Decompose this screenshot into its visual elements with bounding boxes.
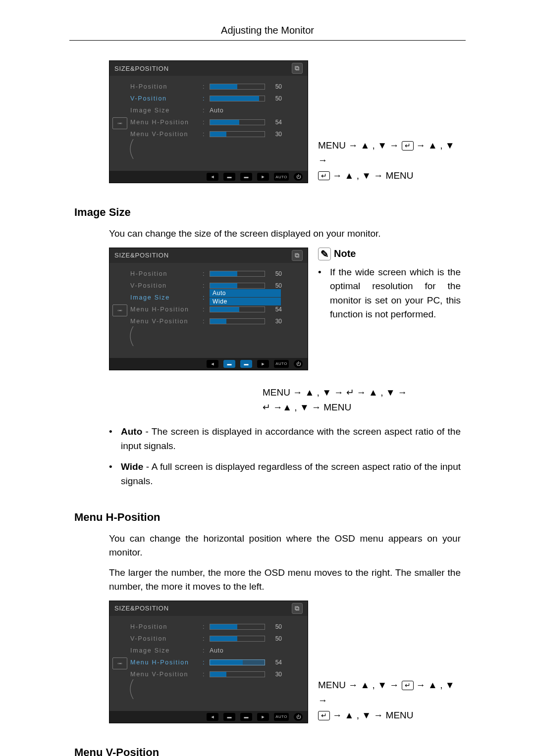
osd-footer-btn[interactable]: ◄ — [207, 713, 218, 721]
osd-row[interactable]: H-Position:50 — [130, 621, 301, 633]
osd-panel-image-size: SIZE&POSITION⧉▫▪▫H-Position:50V-Position… — [109, 248, 308, 370]
osd-category-icon: ▫▪▫ — [112, 117, 127, 129]
osd-footer-btn[interactable]: ► — [257, 713, 269, 721]
bullet-item: •Wide - A full screen is displayed regar… — [109, 460, 461, 488]
osd-corner-icon: ⧉ — [292, 63, 303, 74]
nav-sequence-2: MENU → ▲ , ▼ → ↵ → ▲ , ▼ →↵ →▲ , ▼ → MEN… — [263, 385, 461, 415]
bullet-dot: • — [318, 265, 330, 322]
osd-row[interactable]: Menu V-Position:30 — [130, 128, 301, 140]
enter-icon: ↵ — [318, 711, 330, 720]
osd-row[interactable]: H-Position:50 — [130, 81, 301, 93]
osd-row[interactable]: Menu V-Position:30 — [130, 668, 301, 680]
osd-footer: ◄▬▬►AUTO⏻ — [109, 358, 308, 370]
osd-title-bar: SIZE&POSITION⧉ — [109, 61, 308, 76]
osd-row[interactable]: V-Position:50 — [130, 633, 301, 645]
osd-footer-btn[interactable]: ⏻ — [294, 713, 303, 721]
heading-image-size: Image Size — [74, 206, 461, 219]
bullet-item: •Auto - The screen is displayed in accor… — [109, 425, 461, 453]
osd-title-bar: SIZE&POSITION⧉ — [109, 601, 308, 616]
osd-corner-icon: ⧉ — [292, 603, 303, 614]
osd-row[interactable]: Image Size:AutoWide — [130, 292, 301, 303]
divider-top — [69, 40, 466, 41]
heading-menu-h: Menu H-Position — [74, 511, 461, 524]
nav-sequence-1: MENU → ▲ , ▼ → ↵ → ▲ , ▼ →↵ → ▲ , ▼ → ME… — [318, 138, 461, 183]
osd-footer-btn[interactable]: ⏻ — [294, 360, 303, 368]
osd-footer-btn[interactable]: ▬ — [223, 713, 235, 721]
menu-h-p2: The larger the number, the more the OSD … — [109, 566, 461, 593]
osd-footer-btn[interactable]: ◄ — [207, 360, 218, 368]
osd-row[interactable]: Image Size:Auto — [130, 104, 301, 116]
osd-row[interactable]: H-Position:50 — [130, 268, 301, 280]
osd-row[interactable]: Menu H-Position:54 — [130, 116, 301, 128]
osd-footer: ◄▬▬►AUTO⏻ — [109, 171, 308, 183]
osd-row[interactable]: Menu H-Position:54 — [130, 656, 301, 668]
osd-footer-btn[interactable]: ► — [257, 173, 269, 181]
note-heading: Note — [334, 248, 356, 259]
osd-row[interactable]: Menu V-Position:30 — [130, 315, 301, 327]
osd-footer-btn[interactable]: AUTO — [274, 173, 289, 181]
enter-icon: ↵ — [318, 171, 330, 181]
heading-menu-v: Menu V-Position — [74, 746, 461, 756]
osd-footer-btn[interactable]: ◄ — [207, 173, 218, 181]
osd-category-icon: ▫▪▫ — [112, 657, 127, 669]
enter-icon: ↵ — [263, 402, 270, 412]
image-size-intro: You can change the size of the screen di… — [109, 227, 461, 241]
osd-footer: ◄▬▬►AUTO⏻ — [109, 711, 308, 723]
nav-sequence-3: MENU → ▲ , ▼ → ↵ → ▲ , ▼ →↵ → ▲ , ▼ → ME… — [318, 678, 461, 723]
note-text: If the wide screen which is the optimal … — [330, 265, 461, 322]
enter-icon: ↵ — [346, 387, 354, 398]
osd-footer-btn[interactable]: ▬ — [223, 360, 235, 368]
osd-footer-btn[interactable]: AUTO — [274, 713, 289, 721]
osd-corner-icon: ⧉ — [292, 250, 303, 261]
osd-footer-btn[interactable]: AUTO — [274, 360, 289, 368]
osd-footer-btn[interactable]: ▬ — [223, 173, 235, 181]
osd-footer-btn[interactable]: ▬ — [240, 173, 252, 181]
osd-category-icon: ▫▪▫ — [112, 304, 127, 316]
menu-h-p1: You can change the horizontal position w… — [109, 532, 461, 559]
osd-footer-btn[interactable]: ⏻ — [294, 173, 303, 181]
page-title: Adjusting the Monitor — [0, 25, 535, 36]
osd-footer-btn[interactable]: ▬ — [240, 713, 252, 721]
enter-icon: ↵ — [402, 681, 414, 690]
osd-row[interactable]: V-Position:50 — [130, 93, 301, 104]
enter-icon: ↵ — [402, 141, 414, 151]
osd-footer-btn[interactable]: ▬ — [240, 360, 252, 368]
osd-title-bar: SIZE&POSITION⧉ — [109, 248, 308, 263]
osd-row[interactable]: Image Size:Auto — [130, 645, 301, 656]
osd-panel-vposition: SIZE&POSITION⧉▫▪▫H-Position:50V-Position… — [109, 60, 308, 183]
osd-footer-btn[interactable]: ► — [257, 360, 269, 368]
note-icon: ✎ — [318, 248, 331, 260]
osd-panel-menu-h: SIZE&POSITION⧉▫▪▫H-Position:50V-Position… — [109, 601, 308, 723]
